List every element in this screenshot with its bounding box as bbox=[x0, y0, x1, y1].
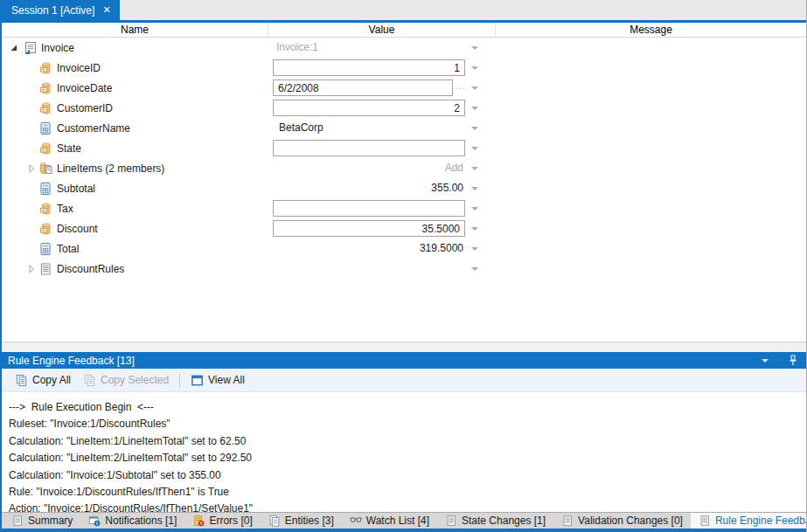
column-header-value[interactable]: Value bbox=[268, 23, 496, 37]
errors-icon bbox=[192, 515, 205, 527]
tab-notifications[interactable]: Notifications [1] bbox=[80, 513, 184, 529]
log-line: Calculation: "LineItem:2/LineItemTotal" … bbox=[2, 450, 806, 466]
validation-changes-icon bbox=[561, 515, 574, 527]
table-row-invoiceid[interactable]: InvoiceID bbox=[2, 58, 806, 78]
table-row-lineitems[interactable]: LineItems (2 members) Add bbox=[2, 158, 806, 178]
value-dropdown-icon[interactable] bbox=[471, 207, 478, 211]
table-row-tax[interactable]: Tax bbox=[2, 198, 806, 218]
value-dropdown-icon[interactable] bbox=[471, 147, 478, 150]
row-label: InvoiceID bbox=[57, 62, 101, 74]
value-dropdown-icon[interactable] bbox=[471, 86, 478, 90]
tax-value-input[interactable] bbox=[273, 200, 465, 217]
feedback-panel-title: Rule Engine Feedback [13] bbox=[8, 355, 135, 367]
value-dropdown-icon[interactable] bbox=[471, 107, 478, 110]
value-dropdown-icon[interactable] bbox=[471, 66, 478, 70]
tab-label: State Changes [1] bbox=[462, 515, 546, 527]
copy-icon bbox=[15, 374, 28, 387]
table-row-invoicedate[interactable]: InvoiceDate ... bbox=[2, 78, 806, 98]
log-line: Calculation: "Invoice:1/Subtotal" set to… bbox=[2, 467, 806, 484]
row-label: Subtotal bbox=[57, 183, 95, 195]
value-dropdown-icon[interactable] bbox=[471, 167, 478, 170]
field-icon bbox=[38, 61, 52, 75]
tab-errors[interactable]: Errors [0] bbox=[184, 513, 260, 529]
entity-tree-grid: Invoice Invoice:1 InvoiceID InvoiceDate bbox=[2, 38, 806, 342]
table-row-customerid[interactable]: CustomerID bbox=[2, 98, 806, 118]
column-header-name[interactable]: Name bbox=[2, 23, 268, 37]
table-row-state[interactable]: State bbox=[2, 138, 806, 158]
add-collection-member-link[interactable]: Add bbox=[445, 162, 463, 174]
tab-summary[interactable]: Summary bbox=[3, 513, 80, 529]
invoiceid-value-input[interactable] bbox=[273, 59, 465, 76]
calculated-field-icon bbox=[38, 121, 52, 135]
session-tab-title: Session 1 [Active] bbox=[11, 4, 94, 17]
panel-menu-chevron-icon[interactable] bbox=[762, 359, 769, 363]
row-label: InvoiceDate bbox=[57, 82, 112, 94]
row-label: DiscountRules bbox=[57, 263, 124, 275]
close-tab-icon[interactable]: ✕ bbox=[102, 5, 110, 15]
discount-value-input[interactable] bbox=[273, 220, 465, 237]
session-tab-strip: Session 1 [Active] ✕ bbox=[0, 0, 807, 20]
table-row-customername[interactable]: CustomerName BetaCorp bbox=[2, 118, 806, 138]
log-line: Action: "Invoice:1/DiscountRules/IfThen1… bbox=[2, 501, 806, 512]
tab-watch-list[interactable]: Watch List [4] bbox=[342, 513, 437, 529]
view-all-button[interactable]: View All bbox=[184, 370, 251, 390]
watch-list-icon bbox=[350, 515, 362, 527]
rule-engine-feedback-icon bbox=[699, 515, 711, 527]
calculated-field-icon bbox=[38, 242, 52, 256]
date-picker-ellipsis-button[interactable]: ... bbox=[456, 80, 466, 91]
value-dropdown-icon[interactable] bbox=[471, 46, 478, 50]
ruleset-icon bbox=[38, 262, 52, 276]
tab-state-changes[interactable]: State Changes [1] bbox=[437, 513, 553, 529]
field-icon bbox=[38, 222, 52, 236]
field-icon bbox=[38, 101, 52, 115]
row-label: Discount bbox=[57, 223, 98, 235]
row-label: LineItems (2 members) bbox=[57, 162, 164, 175]
expand-collapse-icon[interactable] bbox=[26, 163, 37, 174]
pin-icon[interactable] bbox=[788, 355, 798, 366]
table-row-subtotal[interactable]: Subtotal 355.00 bbox=[2, 178, 806, 198]
row-label: State bbox=[57, 142, 81, 155]
value-dropdown-icon[interactable] bbox=[471, 267, 478, 271]
table-row-invoice[interactable]: Invoice Invoice:1 bbox=[2, 38, 806, 58]
customername-value: BetaCorp bbox=[279, 121, 323, 134]
copy-all-label: Copy All bbox=[32, 374, 71, 386]
column-header-message[interactable]: Message bbox=[496, 23, 806, 37]
panel-splitter[interactable] bbox=[2, 342, 806, 352]
value-dropdown-icon[interactable] bbox=[471, 227, 478, 231]
value-dropdown-icon[interactable] bbox=[471, 127, 478, 130]
table-row-discount[interactable]: Discount bbox=[2, 218, 806, 238]
rule-engine-feedback-log[interactable]: ---> Rule Execution Begin <--- Ruleset: … bbox=[2, 393, 806, 512]
tab-label: Entities [3] bbox=[285, 515, 334, 527]
table-row-total[interactable]: Total 319.5000 bbox=[2, 238, 806, 259]
state-changes-icon bbox=[445, 515, 457, 527]
copy-selected-button[interactable]: Copy Selected bbox=[77, 370, 175, 390]
table-row-discountrules[interactable]: DiscountRules bbox=[2, 259, 806, 279]
customerid-value-input[interactable] bbox=[273, 100, 465, 116]
tab-session-1[interactable]: Session 1 [Active] ✕ bbox=[2, 0, 120, 20]
entity-instance-value: Invoice:1 bbox=[276, 41, 318, 53]
row-label: Invoice bbox=[41, 42, 74, 54]
toolbar-separator bbox=[179, 373, 180, 388]
tab-validation-changes[interactable]: Validation Changes [0] bbox=[553, 513, 691, 529]
grid-column-header: Name Value Message bbox=[2, 23, 806, 38]
tab-label: Validation Changes [0] bbox=[578, 515, 683, 527]
tab-label: Rule Engine Feedback [13] bbox=[715, 515, 807, 527]
log-line: Ruleset: "Invoice:1/DiscountRules" bbox=[2, 416, 806, 432]
row-label: Total bbox=[57, 243, 79, 255]
invoicedate-value-input[interactable] bbox=[273, 79, 453, 96]
expand-collapse-icon[interactable] bbox=[26, 264, 37, 274]
tab-label: Summary bbox=[28, 515, 73, 527]
value-dropdown-icon[interactable] bbox=[471, 187, 478, 190]
expand-collapse-icon[interactable] bbox=[9, 43, 19, 53]
tab-entities[interactable]: Entities [3] bbox=[261, 513, 342, 529]
state-value-input[interactable] bbox=[273, 140, 465, 156]
value-dropdown-icon[interactable] bbox=[471, 247, 478, 251]
copy-selected-label: Copy Selected bbox=[101, 374, 169, 386]
log-line: Calculation: "LineItem:1/LineItemTotal" … bbox=[2, 433, 806, 450]
total-value: 319.5000 bbox=[420, 242, 463, 254]
tab-rule-engine-feedback[interactable]: Rule Engine Feedback [13] bbox=[691, 513, 807, 529]
copy-all-button[interactable]: Copy All bbox=[9, 370, 77, 390]
log-line: ---> Rule Execution Begin <--- bbox=[2, 399, 806, 416]
verify-session-window: Session 1 [Active] ✕ Name Value Message … bbox=[0, 0, 807, 532]
copy-icon bbox=[83, 374, 96, 387]
